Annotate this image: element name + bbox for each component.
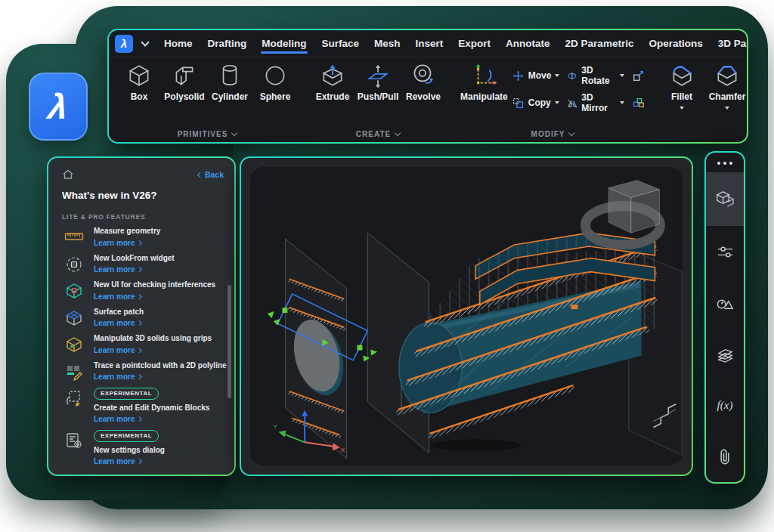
tab-2d-parametric[interactable]: 2D Parametric (565, 31, 635, 56)
rotate-3d-icon (567, 70, 577, 82)
chevron-right-icon (138, 294, 142, 298)
lookfrom-icon (65, 255, 83, 274)
sidebar-item-solids[interactable] (706, 172, 744, 226)
sidebar-item-attachments[interactable] (706, 431, 744, 482)
dropdown-caret-icon[interactable] (555, 74, 559, 77)
solids-icon (715, 189, 735, 209)
overflow-menu-icon[interactable] (717, 153, 732, 172)
fillet-button[interactable]: Fillet (659, 60, 704, 110)
sidebar-item-layers[interactable] (706, 329, 744, 380)
extrude-button[interactable]: Extrude (310, 60, 355, 102)
home-icon[interactable] (62, 169, 74, 181)
polysolid-icon (171, 62, 198, 89)
page: λ λ Home Drafting Modeling Surface Mesh … (0, 0, 774, 532)
learn-more-link[interactable]: Learn more (94, 265, 175, 274)
chevron-down-icon[interactable] (141, 38, 149, 46)
list-item[interactable]: Manipulate 3D solids using grips Learn m… (63, 334, 227, 354)
sphere-button[interactable]: Sphere (252, 60, 298, 102)
sidebar-item-properties[interactable] (706, 226, 744, 277)
feature-title: Surface patch (94, 308, 144, 317)
list-item[interactable]: Surface patch Learn more (63, 308, 227, 328)
ucs-y-label: Y (274, 423, 278, 430)
tab-annotate[interactable]: Annotate (505, 31, 551, 56)
group-label-text: PRIMITIVES (178, 130, 228, 138)
copy-button[interactable]: Copy (512, 97, 559, 110)
list-item[interactable]: New LookFrom widget Learn more (63, 254, 227, 274)
dropdown-caret-icon[interactable] (620, 74, 624, 77)
chamfer-button[interactable]: Chamfer (704, 60, 747, 110)
learn-more-link[interactable]: Learn more (94, 292, 215, 301)
dropdown-caret-icon[interactable] (555, 101, 559, 104)
array-3d-button[interactable] (632, 96, 646, 110)
chevron-down-icon (568, 129, 574, 135)
feature-title: Trace a pointcloud with a 2D polyline (94, 361, 227, 371)
tab-modeling[interactable]: Modeling (261, 31, 307, 56)
move-icon (512, 70, 525, 82)
tab-3d-parametric[interactable]: 3D Param (717, 31, 747, 56)
push-pull-button[interactable]: Push/Pull (355, 60, 401, 102)
dropdown-caret-icon[interactable] (725, 107, 729, 110)
tool-label: Chamfer (709, 91, 746, 102)
learn-more-label: Learn more (94, 239, 135, 247)
whats-new-panel: Back What's new in V26? LITE & PRO FEATU… (47, 156, 236, 476)
tab-drafting[interactable]: Drafting (207, 31, 248, 56)
settings-icon (65, 431, 83, 450)
manipulate-button[interactable]: Manipulate (458, 60, 510, 102)
tab-home[interactable]: Home (163, 31, 194, 56)
manipulate-icon (470, 62, 497, 89)
learn-more-link[interactable]: Learn more (94, 319, 144, 327)
feature-title: New UI for checking interferences (94, 280, 215, 290)
learn-more-link[interactable]: Learn more (94, 415, 209, 423)
box-button[interactable]: Box (116, 60, 162, 102)
viewport-panel: X Y (240, 156, 693, 476)
tab-mesh[interactable]: Mesh (373, 31, 401, 56)
fillet-icon (668, 62, 695, 89)
learn-more-link[interactable]: Learn more (94, 373, 227, 381)
learn-more-label: Learn more (94, 457, 135, 466)
tool-label: Extrude (316, 91, 350, 102)
move-button[interactable]: Move (512, 70, 560, 82)
cylinder-button[interactable]: Cylinder (207, 60, 252, 102)
list-item[interactable]: EXPERIMENTAL Create and Edit Dynamic Blo… (63, 388, 227, 423)
polysolid-button[interactable]: Polysolid (162, 60, 207, 102)
function-icon: f(x) (717, 399, 733, 412)
tab-surface[interactable]: Surface (321, 31, 361, 56)
app-menu-button[interactable]: λ (115, 35, 133, 53)
dropdown-caret-icon[interactable] (620, 101, 624, 104)
cylinder-icon (216, 62, 243, 89)
rotate-3d-button[interactable]: 3D Rotate (567, 65, 624, 86)
back-label: Back (205, 170, 224, 179)
list-item[interactable]: EXPERIMENTAL New settings dialog Learn m… (63, 430, 227, 466)
list-item[interactable]: Trace a pointcloud with a 2D polyline Le… (63, 361, 227, 382)
learn-more-link[interactable]: Learn more (94, 457, 165, 466)
feature-list: Measure geometry Learn more New LookFrom… (48, 224, 234, 466)
mirror-3d-button[interactable]: 3D Mirror (567, 92, 624, 113)
group-modify: Manipulate Move (455, 60, 650, 142)
list-item[interactable]: Measure geometry Learn more (63, 227, 227, 247)
pointcloud-icon (65, 363, 83, 381)
sidebar-item-materials[interactable] (706, 277, 744, 329)
surface-patch-icon (65, 309, 83, 327)
scrollbar-thumb[interactable] (228, 285, 231, 398)
group-label-modify[interactable]: MODIFY (531, 125, 574, 142)
tab-operations[interactable]: Operations (648, 31, 703, 56)
tool-label: Manipulate (460, 91, 508, 102)
list-item[interactable]: New UI for checking interferences Learn … (63, 280, 227, 301)
mirror-3d-icon (567, 97, 578, 110)
feature-title: New LookFrom widget (94, 254, 175, 264)
group-label-create[interactable]: CREATE (356, 125, 400, 142)
back-button[interactable]: Back (198, 170, 224, 179)
tab-export[interactable]: Export (457, 31, 491, 56)
learn-more-link[interactable]: Learn more (94, 346, 212, 354)
scale-button[interactable] (632, 69, 646, 82)
sidebar-item-functions[interactable]: f(x) (706, 380, 744, 431)
learn-more-link[interactable]: Learn more (94, 239, 160, 247)
tab-insert[interactable]: Insert (415, 31, 444, 56)
ribbon-tab-bar: λ Home Drafting Modeling Surface Mesh In… (109, 30, 747, 57)
viewport-canvas[interactable]: X Y (250, 167, 683, 466)
revolve-button[interactable]: Revolve (401, 60, 446, 102)
dropdown-caret-icon[interactable] (680, 107, 684, 110)
model-3d-scene: X Y (250, 167, 683, 466)
group-label-primitives[interactable]: PRIMITIVES (178, 125, 237, 142)
learn-more-label: Learn more (94, 346, 135, 354)
